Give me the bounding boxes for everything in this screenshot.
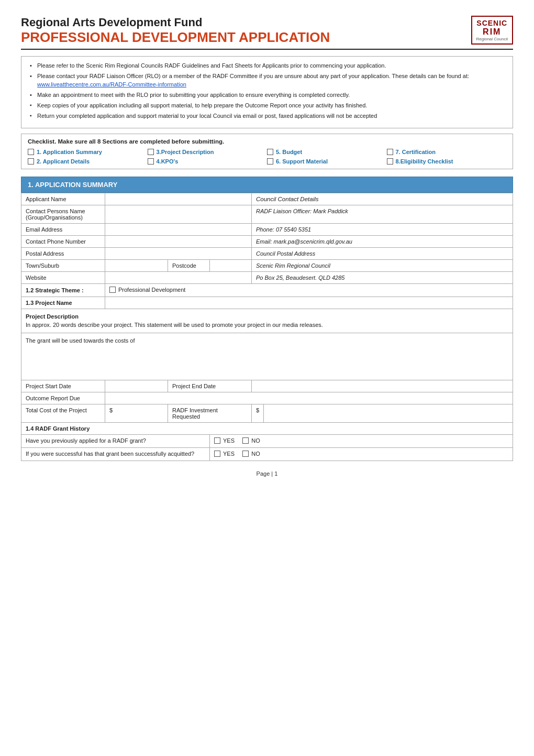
council-email: Email: mark.pa@scenicrim.qld.gov.au [252,235,513,247]
grant-q1-options: YES NO [210,434,513,447]
radf-link[interactable]: www.liveatthecentre.com.au/RADF-Committe… [37,81,186,87]
radf-inv-input[interactable] [264,404,513,422]
council-liaison: RADF Liaison Officer: Mark Paddick [252,205,513,223]
title-block: Regional Arts Development Fund PROFESSIO… [21,16,330,46]
logo-sub: Regional Council [476,37,508,41]
checkbox-2[interactable] [28,158,34,165]
row-website: Website Po Box 25, Beaudesert. QLD 4285 [21,271,513,283]
checklist-item-8[interactable]: 8.Eligibility Checklist [387,158,507,165]
grant-q1-yes-checkbox[interactable] [214,437,220,444]
website-input[interactable] [105,271,252,283]
grant-text-cell: The grant will be used towards the costs… [21,333,513,380]
sub-title: PROFESSIONAL DEVELOPMENT APPLICATION [21,29,330,46]
checklist-item-6[interactable]: 6. Support Material [267,158,387,165]
intro-box: Please refer to the Scenic Rim Regional … [21,56,513,128]
applicant-name-input[interactable] [105,193,252,205]
town-input[interactable] [105,259,168,271]
checklist-item-2[interactable]: 2. Applicant Details [28,158,148,165]
website-label: Website [21,271,105,283]
intro-item-3: Make an appointment to meet with the RLO… [29,91,505,100]
grant-q2-yes-group: YES [214,451,235,457]
row-project-name: 1.3 Project Name [21,297,513,309]
total-cost-label: Total Cost of the Project [21,404,105,422]
checkbox-7[interactable] [387,149,393,155]
checkbox-8[interactable] [387,158,393,165]
strategic-option-cell: Professional Development [105,283,513,297]
council-header: Council Contact Details [252,193,513,205]
checklist-label-5: 5. Budget [276,149,302,155]
phone-input[interactable] [105,235,252,247]
row-dates: Project Start Date Project End Date [21,380,513,392]
main-title: Regional Arts Development Fund [21,16,330,29]
contact-persons-input[interactable] [105,205,252,223]
grant-q1-text: Have you previously applied for a RADF g… [21,434,210,447]
start-date-label: Project Start Date [21,380,105,392]
checklist-label-7: 7. Certification [396,149,436,155]
council-name: Scenic Rim Regional Council [252,259,513,271]
town-label: Town/Suburb [21,259,105,271]
postal-input[interactable] [105,247,252,259]
intro-list: Please refer to the Scenic Rim Regional … [29,62,505,120]
email-label: Email Address [21,223,105,235]
page-footer: Page | 1 [21,470,513,477]
checklist-title: Checklist. Make sure all 8 Sections are … [28,138,506,145]
grant-q2-no-checkbox[interactable] [242,451,249,457]
checkbox-6[interactable] [267,158,273,165]
row-town: Town/Suburb Postcode Scenic Rim Regional… [21,259,513,271]
checklist-label-8: 8.Eligibility Checklist [396,158,453,165]
row-contact-persons: Contact Persons Name (Group/Organisation… [21,205,513,223]
checkbox-1[interactable] [28,149,34,155]
outcome-input[interactable] [105,392,513,404]
row-cost: Total Cost of the Project $ RADF Investm… [21,404,513,422]
intro-item-2-text: Please contact your RADF Liaison Officer… [37,73,469,79]
end-date-label: Project End Date [168,380,252,392]
checklist-item-7[interactable]: 7. Certification [387,149,507,155]
council-po: Po Box 25, Beaudesert. QLD 4285 [252,271,513,283]
checkbox-5[interactable] [267,149,273,155]
checklist-item-4[interactable]: 4.KPO's [148,158,268,165]
grant-q1-yes-label: YES [223,437,235,444]
page-number: Page | 1 [257,470,278,477]
strategic-checkbox-group: Professional Development [109,287,185,293]
row-grant-text: The grant will be used towards the costs… [21,333,513,380]
logo-scenic: SCENIC [476,19,508,27]
intro-item-1: Please refer to the Scenic Rim Regional … [29,62,505,70]
grant-q1-no-checkbox[interactable] [242,437,249,444]
checklist-grid: 1. Application Summary 3.Project Descrip… [28,149,506,165]
checklist-item-1[interactable]: 1. Application Summary [28,149,148,155]
email-input[interactable] [105,223,252,235]
checkbox-4[interactable] [148,158,154,165]
checklist-box: Checklist. Make sure all 8 Sections are … [21,134,513,169]
logo-area: SCENIC RIM Regional Council [450,16,513,45]
end-date-input[interactable] [252,380,513,392]
row-project-desc-header: Project Description In approx. 20 words … [21,309,513,333]
contact-persons-label: Contact Persons Name (Group/Organisation… [21,205,105,223]
strategic-checkbox[interactable] [109,287,116,293]
grant-q2-yes-checkbox[interactable] [214,451,220,457]
total-cost-dollar-label: $ [105,404,168,422]
strategic-option-label: Professional Development [118,287,185,293]
council-phone: Phone: 07 5540 5351 [252,223,513,235]
applicant-name-label: Applicant Name [21,193,105,205]
intro-item-5: Return your completed application and su… [29,112,505,120]
start-date-input[interactable] [105,380,168,392]
project-name-input[interactable] [105,297,513,309]
radf-inv-dollar-label: $ [252,404,264,422]
scenic-rim-logo: SCENIC RIM Regional Council [471,16,513,45]
postal-label: Postal Address [21,247,105,259]
postcode-input[interactable] [210,259,252,271]
intro-item-4: Keep copies of your application includin… [29,102,505,110]
phone-label: Contact Phone Number [21,235,105,247]
row-email: Email Address Phone: 07 5540 5351 [21,223,513,235]
checkbox-3[interactable] [148,149,154,155]
project-desc-title: Project Description [26,313,79,320]
section1-header: 1. APPLICATION SUMMARY [21,177,513,193]
intro-item-2: Please contact your RADF Liaison Officer… [29,72,505,89]
checklist-label-6: 6. Support Material [276,158,328,165]
grant-history-label: 1.4 RADF Grant History [21,422,513,434]
grant-q1-no-group: NO [242,437,260,444]
checklist-item-3[interactable]: 3.Project Description [148,149,268,155]
section1-table: Applicant Name Council Contact Details C… [21,193,513,461]
grant-q1-yes-group: YES [214,437,235,444]
checklist-item-5[interactable]: 5. Budget [267,149,387,155]
